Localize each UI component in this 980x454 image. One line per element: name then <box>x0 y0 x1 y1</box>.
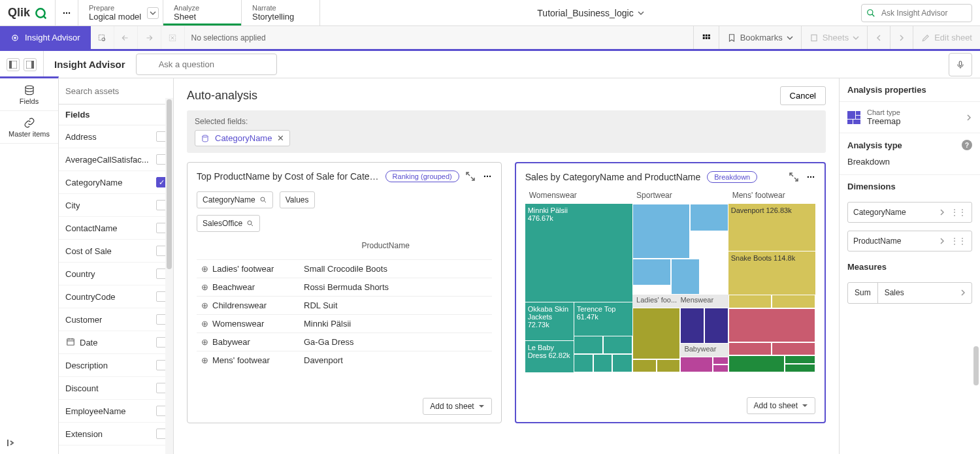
pivot-row[interactable]: ⊕WomenswearMinnki Pälsii <box>197 314 492 332</box>
cancel-button[interactable]: Cancel <box>780 86 826 105</box>
sidebar-master-items[interactable]: Master items <box>0 111 58 144</box>
measure-property[interactable]: Sum Sales <box>847 282 972 304</box>
expand-icon[interactable]: ⊕ <box>197 319 212 329</box>
add-to-sheet-button[interactable]: Add to sheet <box>747 397 815 414</box>
field-row[interactable]: Customer <box>59 308 173 331</box>
treemap-cell[interactable] <box>785 355 815 364</box>
field-row[interactable]: Extension <box>59 423 173 446</box>
treemap-cell[interactable] <box>680 357 713 372</box>
treemap-cell[interactable] <box>574 354 593 372</box>
voice-input-button[interactable] <box>949 53 972 76</box>
clear-selections-button[interactable] <box>161 26 185 49</box>
toggle-right-panel[interactable] <box>24 58 37 71</box>
treemap-cell[interactable] <box>657 359 681 372</box>
expand-icon[interactable]: ⊕ <box>197 264 212 274</box>
fields-scrollbar[interactable] <box>165 98 173 454</box>
treemap-cell[interactable]: Snake Boots 114.8k <box>728 251 815 295</box>
field-row[interactable]: AverageCallSatisfac... <box>59 148 173 171</box>
field-row[interactable]: CategoryName✓ <box>59 171 173 194</box>
pivot-row[interactable]: ⊕ChildrenswearRDL Suit <box>197 296 492 314</box>
treemap-cell[interactable] <box>772 342 815 356</box>
drag-handle-icon[interactable]: ⋮⋮ <box>951 236 966 246</box>
prev-sheet-button[interactable] <box>867 26 890 49</box>
toggle-left-panel[interactable] <box>7 58 20 71</box>
nav-tab-analyze[interactable]: Analyze Sheet <box>163 0 242 25</box>
chart-type-row[interactable]: Chart type Treemap <box>840 102 980 133</box>
expand-icon[interactable]: ⊕ <box>197 355 212 365</box>
pivot-row[interactable]: ⊕BeachwearRossi Bermuda Shorts <box>197 278 492 296</box>
treemap-cell[interactable] <box>632 359 657 372</box>
nav-tab-narrate[interactable]: Narrate Storytelling <box>242 0 320 25</box>
treemap-cell[interactable] <box>680 308 704 343</box>
treemap-cell[interactable] <box>713 357 728 365</box>
dimension-pill[interactable]: CategoryName <box>197 191 273 208</box>
treemap-cell[interactable]: Minnki Pälsii 476.67k <box>525 204 632 302</box>
bookmarks-button[interactable]: Bookmarks <box>719 26 801 49</box>
field-row[interactable]: Address <box>59 125 173 148</box>
fields-search-input[interactable] <box>63 82 169 100</box>
treemap-cell[interactable] <box>785 364 815 372</box>
field-row[interactable]: ContactName <box>59 217 173 240</box>
help-icon[interactable]: ? <box>962 140 972 150</box>
add-to-sheet-button[interactable]: Add to sheet <box>423 398 491 415</box>
pivot-row[interactable]: ⊕Ladies' footwearSmall Crocodile Boots <box>197 259 492 278</box>
selected-field-chip[interactable]: CategoryName ✕ <box>195 130 290 146</box>
drag-handle-icon[interactable]: ⋮⋮ <box>951 208 966 217</box>
treemap-cell[interactable] <box>593 354 613 372</box>
dimension-property[interactable]: ProductName ⋮⋮ <box>847 231 972 251</box>
values-pill[interactable]: Values <box>280 191 315 208</box>
field-row[interactable]: Country <box>59 263 173 285</box>
step-back-button[interactable] <box>114 26 138 49</box>
prepare-dropdown-button[interactable] <box>147 7 159 19</box>
dimension-pill[interactable]: SalesOffice <box>197 215 260 232</box>
treemap-cell[interactable] <box>612 354 632 372</box>
insight-search-input[interactable] <box>861 4 972 22</box>
sheets-button[interactable]: Sheets <box>801 26 867 49</box>
treemap-cell[interactable] <box>772 295 815 308</box>
selections-tool-button[interactable] <box>693 26 719 49</box>
treemap-cell[interactable] <box>574 336 603 354</box>
field-row[interactable]: Description <box>59 354 173 377</box>
treemap-cell[interactable] <box>632 204 690 259</box>
treemap-cell[interactable] <box>713 365 728 372</box>
treemap-cell[interactable] <box>632 308 680 359</box>
treemap-cell[interactable] <box>728 295 772 308</box>
edit-sheet-button[interactable]: Edit sheet <box>913 26 980 49</box>
smart-search-button[interactable] <box>91 26 114 49</box>
global-menu-button[interactable] <box>56 0 78 25</box>
app-title[interactable]: Tutorial_Business_logic <box>320 0 861 25</box>
collapse-sidebar-button[interactable] <box>7 438 18 447</box>
properties-scrollbar[interactable] <box>973 346 979 385</box>
nav-tab-prepare[interactable]: Prepare Logical model <box>78 0 163 25</box>
field-row[interactable]: City <box>59 194 173 217</box>
treemap-cell[interactable] <box>728 308 815 342</box>
qlik-logo[interactable]: Qlik <box>0 0 56 25</box>
treemap-cell[interactable] <box>671 259 700 295</box>
treemap-cell[interactable] <box>704 308 728 343</box>
chip-remove-button[interactable]: ✕ <box>277 133 284 143</box>
fields-list[interactable]: AddressAverageCallSatisfac...CategoryNam… <box>59 125 173 454</box>
field-row[interactable]: EmployeeName <box>59 400 173 423</box>
field-row[interactable]: Cost of Sale <box>59 240 173 263</box>
treemap-cell[interactable] <box>632 259 671 286</box>
sidebar-fields[interactable]: Fields <box>0 78 58 111</box>
expand-icon[interactable]: ⊕ <box>197 282 212 292</box>
dimension-property[interactable]: CategoryName ⋮⋮ <box>847 202 972 223</box>
card-menu-button[interactable] <box>806 172 815 182</box>
treemap-cell[interactable] <box>603 336 632 354</box>
fullscreen-icon[interactable] <box>466 172 475 181</box>
step-forward-button[interactable] <box>138 26 161 49</box>
treemap-cell[interactable] <box>728 342 772 356</box>
field-row[interactable]: CountryCode <box>59 285 173 308</box>
treemap-cell[interactable] <box>690 204 728 231</box>
pivot-row[interactable]: ⊕BabywearGa-Ga Dress <box>197 332 492 351</box>
treemap-chart[interactable]: Womenswear Sportwear Mens' footwear Minn… <box>525 189 815 372</box>
treemap-cell[interactable]: Le Baby Dress 62.82k <box>525 340 574 372</box>
treemap-cell[interactable]: Terence Top 61.47k <box>574 302 632 336</box>
ask-question-input[interactable] <box>136 54 277 75</box>
treemap-cell[interactable]: Okkaba Skin Jackets 72.73k <box>525 302 574 341</box>
analysis-card-breakdown[interactable]: Sales by CategoryName and ProductName Br… <box>515 162 826 423</box>
pivot-row[interactable]: ⊕Mens' footwearDavenport <box>197 351 492 369</box>
fullscreen-icon[interactable] <box>789 172 798 182</box>
expand-icon[interactable]: ⊕ <box>197 337 212 347</box>
